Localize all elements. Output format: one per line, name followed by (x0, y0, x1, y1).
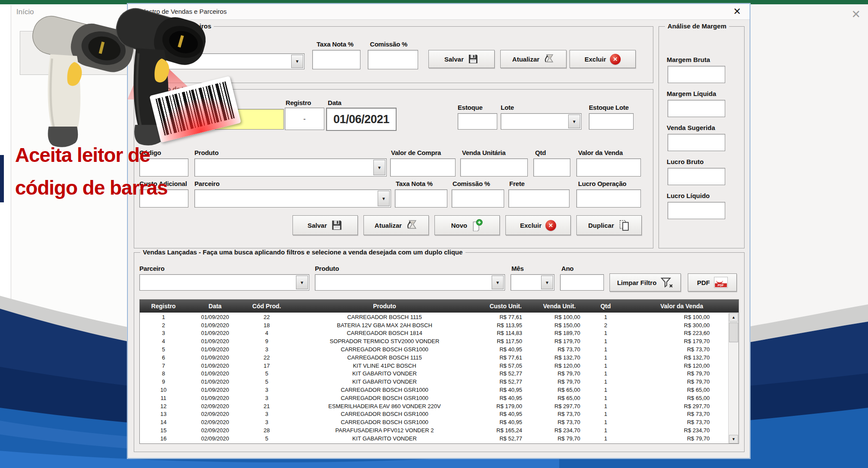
valor-venda-label: Valor da Venda (578, 149, 623, 156)
chevron-down-icon[interactable]: ▼ (291, 55, 303, 68)
table-cell: CARREGADOR BOSCH GSR1000 (290, 411, 479, 417)
table-cell: 15 (140, 427, 187, 434)
valor-compra-input[interactable] (390, 158, 456, 177)
frete-input[interactable] (508, 189, 569, 208)
filtro-produto-select[interactable]: ▼ (315, 274, 505, 291)
table-row[interactable]: 601/09/202022CARREGADOR BOSCH 1115R$ 77,… (140, 353, 729, 362)
table-row[interactable]: 201/09/202018BATERIA 12V GBA MAX 2AH BOS… (140, 321, 729, 329)
data-input[interactable]: 01/06/2021 (326, 108, 397, 131)
scroll-down-icon[interactable]: ▼ (729, 435, 738, 443)
close-icon[interactable]: ✕ (733, 6, 741, 17)
table-cell: 21 (243, 403, 290, 409)
table-cell: 01/09/2020 (187, 330, 243, 336)
table-scrollbar[interactable]: ▲ ▼ (728, 313, 739, 443)
table-cell: R$ 150,00 (532, 322, 586, 329)
chevron-down-icon[interactable]: ▼ (492, 276, 504, 289)
table-row[interactable]: 1101/09/20203CARREGADOR BOSCH GSR1000R$ … (140, 394, 729, 402)
new-page-icon (471, 219, 483, 231)
table-row[interactable]: 101/09/202022CARREGADOR BOSCH 1115R$ 77,… (140, 313, 729, 321)
table-cell: 3 (243, 419, 290, 425)
chevron-down-icon[interactable]: ▼ (373, 160, 385, 175)
excluir-parceiro-button[interactable]: Excluir ✕ (569, 50, 636, 68)
taxa-nota-input[interactable] (312, 50, 360, 69)
produto-select[interactable]: ▼ (194, 158, 387, 177)
lote-label: Lote (501, 104, 514, 111)
table-cell: R$ 73,70 (625, 346, 729, 353)
estoque-input[interactable] (458, 113, 497, 130)
table-cell: 5 (243, 378, 290, 385)
filtro-parceiro-select[interactable]: ▼ (139, 274, 309, 291)
salvar-venda-button[interactable]: Salvar (292, 215, 358, 235)
comissao-input[interactable] (368, 50, 418, 69)
table-row[interactable]: 501/09/20203CARREGADOR BOSCH GSR1000R$ 4… (140, 345, 729, 353)
atualizar-parceiro-button[interactable]: Atualizar (500, 50, 566, 68)
table-cell: 2 (140, 322, 187, 329)
salvar-parceiro-button[interactable]: Salvar (428, 50, 495, 68)
duplicar-venda-button[interactable]: Duplicar (576, 215, 642, 235)
column-header: Custo Unit. (479, 303, 532, 310)
table-row[interactable]: 1602/09/20205KIT GABARITO VONDERR$ 52,77… (140, 434, 729, 443)
table-cell: 1 (586, 427, 625, 434)
table-row[interactable]: 1001/09/20203CARREGADOR BOSCH GSR1000R$ … (140, 386, 729, 394)
table-cell: R$ 73,70 (625, 411, 729, 417)
excluir-venda-button[interactable]: Excluir ✕ (505, 215, 571, 235)
chevron-down-icon[interactable]: ▼ (296, 276, 308, 289)
table-cell: R$ 114,83 (479, 330, 532, 336)
table-cell: R$ 73,70 (532, 411, 586, 417)
venda-unitaria-label: Venda Unitária (462, 149, 505, 156)
valor-venda-input[interactable] (576, 158, 641, 177)
table-row[interactable]: 1202/09/202021ESMERILHADEIRA EAV 860 VON… (140, 402, 729, 410)
lucro-operacao-input[interactable] (576, 189, 641, 208)
margem-liquida-input[interactable] (668, 100, 725, 117)
limpar-filtro-button[interactable]: Limpar Filtro (609, 273, 681, 291)
table-row[interactable]: 1302/09/20203CARREGADOR BOSCH GSR1000R$ … (140, 410, 729, 418)
comissao-label: Comissão % (370, 40, 407, 48)
valor-compra-label: Valor de Compra (391, 149, 441, 156)
scroll-up-icon[interactable]: ▲ (729, 313, 738, 322)
table-cell: 02/09/2020 (187, 427, 243, 434)
taxa-nota-label: Taxa Nota % (317, 40, 354, 48)
column-header: Data (187, 303, 243, 310)
table-cell: 14 (140, 419, 187, 425)
lucro-operacao-label: Lucro Operação (578, 180, 626, 187)
venda-unitaria-input[interactable] (460, 158, 528, 177)
table-row[interactable]: 901/09/20205KIT GABARITO VONDERR$ 52,77R… (140, 378, 729, 386)
table-cell: 1 (140, 314, 187, 320)
chevron-down-icon[interactable]: ▼ (378, 191, 390, 206)
table-row[interactable]: 1502/09/202028PARAFUSADEIRA PFV012 VONDE… (140, 426, 729, 434)
comissao-venda-input[interactable] (452, 189, 504, 208)
table-cell: 02/09/2020 (187, 403, 243, 409)
delete-icon: ✕ (545, 220, 556, 231)
filtro-mes-select[interactable]: ▼ (511, 274, 554, 291)
parceiro-venda-select[interactable]: ▼ (194, 189, 391, 208)
filtro-parceiro-label: Parceiro (139, 265, 164, 272)
estoque-lote-input[interactable] (589, 113, 634, 130)
panel-analise-margem: Análise de Margem Margem Bruta Margem Lí… (659, 26, 745, 248)
lucro-bruto-input[interactable] (668, 168, 725, 185)
table-row[interactable]: 801/09/20205KIT GABARITO VONDERR$ 52,77R… (140, 370, 729, 378)
chevron-down-icon[interactable]: ▼ (541, 276, 553, 289)
table-cell: 01/09/2020 (187, 322, 243, 329)
novo-venda-button[interactable]: Novo (434, 215, 500, 235)
table-row[interactable]: 701/09/202017KIT VLINE 41PC BOSCHR$ 57,0… (140, 362, 729, 370)
atualizar-venda-button[interactable]: Atualizar (363, 215, 429, 235)
table-cell: 3 (243, 387, 290, 393)
table-cell: 1 (586, 363, 625, 369)
lucro-liquido-input[interactable] (668, 202, 725, 219)
filtro-mes-label: Mês (511, 265, 524, 272)
lote-select[interactable]: ▼ (501, 113, 582, 130)
table-row[interactable]: 1402/09/20203CARREGADOR BOSCH GSR1000R$ … (140, 418, 729, 426)
filtro-ano-input[interactable] (560, 274, 604, 291)
qtd-input[interactable] (533, 158, 570, 177)
close-icon[interactable]: ✕ (851, 9, 861, 20)
table-row[interactable]: 301/09/20204CARREGADOR BOSCH 1814R$ 114,… (140, 329, 729, 338)
taxa-nota-venda-input[interactable] (395, 189, 447, 208)
pdf-button[interactable]: PDF PDF (688, 273, 737, 291)
venda-sugerida-input[interactable] (668, 134, 725, 151)
margem-bruta-input[interactable] (668, 66, 725, 83)
table-row[interactable]: 401/09/20209SOPRADOR TERMICO STV2000 VON… (140, 337, 729, 345)
table-cell: R$ 52,77 (479, 435, 532, 442)
scrollbar-thumb[interactable] (729, 322, 738, 342)
table-cell: R$ 40,95 (479, 395, 532, 401)
chevron-down-icon[interactable]: ▼ (568, 115, 580, 128)
